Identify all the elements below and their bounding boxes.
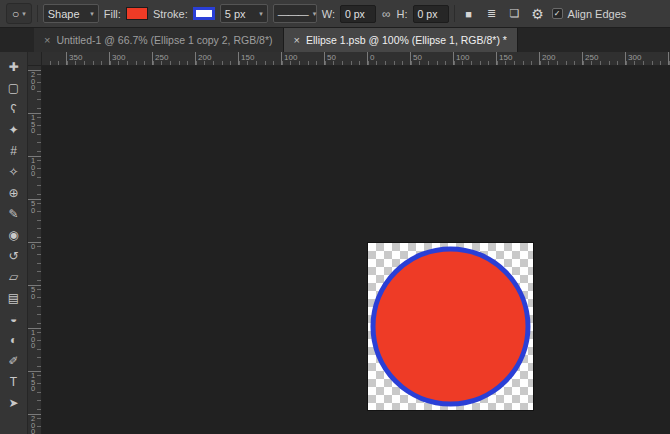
tool-preset-picker[interactable]: ○ ▾ — [6, 3, 32, 24]
ruler-number: 2 0 0 — [31, 72, 35, 92]
ruler-number: 1 0 0 — [31, 158, 35, 178]
ruler-number: 300 — [628, 53, 641, 62]
ruler-minor-ticks — [37, 66, 41, 434]
ruler-number: 1 5 0 — [31, 115, 35, 135]
eraser-tool-icon[interactable]: ▱ — [2, 266, 26, 287]
height-input[interactable]: 0 px — [413, 5, 449, 23]
width-input[interactable]: 0 px — [340, 5, 376, 23]
dodge-tool-icon[interactable]: ◐ — [2, 329, 26, 350]
spot-healing-brush-tool-icon[interactable]: ⊕ — [2, 182, 26, 203]
crop-tool-icon[interactable]: # — [2, 140, 26, 161]
gradient-tool-icon[interactable]: ▤ — [2, 287, 26, 308]
height-label: H: — [397, 8, 408, 20]
ruler-number: 350 — [69, 53, 82, 62]
tool-mode-select[interactable]: Shape ▾ — [43, 4, 99, 23]
stroke-style-line-icon: ——— — [278, 8, 308, 20]
ellipse-tool-icon: ○ — [12, 7, 19, 21]
tab-bar: ×Untitled-1 @ 66.7% (Ellipse 1 copy 2, R… — [0, 28, 670, 52]
ruler-number: 1 0 0 — [31, 330, 35, 350]
ruler-number: 5 0 — [31, 201, 35, 214]
clone-stamp-tool-icon[interactable]: ◉ — [2, 224, 26, 245]
align-edges-label: Align Edges — [568, 8, 627, 20]
ellipse-shape[interactable] — [373, 249, 528, 404]
tab-label: Ellipse 1.psb @ 100% (Ellipse 1, RGB/8*)… — [306, 34, 507, 46]
stroke-style-select[interactable]: ——— ▾ — [273, 4, 317, 23]
stroke-label: Stroke: — [153, 8, 188, 20]
align-edges-checkbox[interactable]: ✓ — [552, 8, 563, 19]
tool-mode-value: Shape — [48, 8, 80, 20]
document-tab[interactable]: ×Untitled-1 @ 66.7% (Ellipse 1 copy 2, R… — [34, 28, 284, 52]
vertical-ruler[interactable]: 2 0 01 5 01 0 05 005 01 0 01 5 02 0 0 — [28, 66, 42, 434]
tab-label: Untitled-1 @ 66.7% (Ellipse 1 copy 2, RG… — [56, 34, 272, 46]
check-icon: ✓ — [554, 10, 561, 18]
ruler-number: 50 — [327, 53, 336, 62]
options-bar: ○ ▾ Shape ▾ Fill: Stroke: 5 px ▾ ——— ▾ W… — [0, 0, 670, 28]
ruler-number: 0 — [31, 244, 35, 251]
toolbar: ✚▢ʕ✦#✧⊕✎◉↺▱▤◒◐✐T➤ — [0, 52, 28, 434]
ruler-number: 200 — [542, 53, 555, 62]
stroke-width-select[interactable]: 5 px ▾ — [220, 4, 268, 23]
link-dimensions-icon[interactable]: ∞ — [381, 7, 392, 21]
ruler-number: 2 0 0 — [31, 416, 35, 434]
ruler-minor-ticks — [42, 61, 670, 65]
path-selection-tool-icon[interactable]: ➤ — [2, 392, 26, 413]
blur-tool-icon[interactable]: ◒ — [2, 308, 26, 329]
pen-tool-icon[interactable]: ✐ — [2, 350, 26, 371]
align-edges-option[interactable]: ✓ Align Edges — [552, 8, 627, 20]
document-artboard[interactable] — [368, 243, 533, 410]
horizontal-ruler[interactable]: 35030025020015010050050100150200250300 — [42, 52, 670, 66]
brush-tool-icon[interactable]: ✎ — [2, 203, 26, 224]
photoshop-window: ○ ▾ Shape ▾ Fill: Stroke: 5 px ▾ ——— ▾ W… — [0, 0, 670, 434]
settings-gear-button[interactable]: ⚙ — [529, 5, 547, 23]
ruler-number: 1 5 0 — [31, 373, 35, 393]
type-tool-icon[interactable]: T — [2, 371, 26, 392]
ellipse-shape-layer[interactable] — [368, 243, 533, 410]
canvas-area[interactable] — [42, 66, 670, 434]
path-alignment-button[interactable]: ≣ — [483, 5, 501, 23]
ruler-number: 5 0 — [31, 287, 35, 300]
ruler-number: 100 — [284, 53, 297, 62]
lasso-tool-icon[interactable]: ʕ — [2, 98, 26, 119]
separator — [454, 5, 455, 22]
width-label: W: — [322, 8, 335, 20]
path-operations-button[interactable]: ■ — [460, 5, 478, 23]
ruler-number: 250 — [585, 53, 598, 62]
path-arrangement-button[interactable]: ❏ — [506, 5, 524, 23]
main-area: ✚▢ʕ✦#✧⊕✎◉↺▱▤◒◐✐T➤ 3503002502001501005005… — [0, 52, 670, 434]
chevron-down-icon: ▾ — [259, 10, 263, 18]
eyedropper-tool-icon[interactable]: ✧ — [2, 161, 26, 182]
ruler-number: 0 — [370, 53, 374, 62]
fill-label: Fill: — [104, 8, 121, 20]
ruler-corner — [28, 52, 42, 66]
fill-swatch[interactable] — [126, 7, 148, 20]
ruler-number: 50 — [413, 53, 422, 62]
workspace: 35030025020015010050050100150200250300 2… — [28, 52, 670, 434]
ruler-number: 150 — [241, 53, 254, 62]
tab-close-icon[interactable]: × — [44, 34, 50, 46]
tab-close-icon[interactable]: × — [294, 34, 300, 46]
rectangular-marquee-tool-icon[interactable]: ▢ — [2, 77, 26, 98]
document-tab[interactable]: ×Ellipse 1.psb @ 100% (Ellipse 1, RGB/8*… — [284, 28, 518, 52]
chevron-down-icon: ▾ — [22, 10, 26, 18]
ruler-number: 100 — [456, 53, 469, 62]
history-brush-tool-icon[interactable]: ↺ — [2, 245, 26, 266]
move-tool-icon[interactable]: ✚ — [2, 56, 26, 77]
ruler-number: 200 — [198, 53, 211, 62]
separator — [37, 5, 38, 22]
chevron-down-icon: ▾ — [313, 10, 317, 18]
chevron-down-icon: ▾ — [90, 10, 94, 18]
ruler-number: 300 — [112, 53, 125, 62]
stroke-swatch[interactable] — [193, 7, 215, 20]
ruler-number: 250 — [155, 53, 168, 62]
ruler-number: 150 — [499, 53, 512, 62]
stroke-width-value: 5 px — [225, 8, 246, 20]
quick-selection-tool-icon[interactable]: ✦ — [2, 119, 26, 140]
